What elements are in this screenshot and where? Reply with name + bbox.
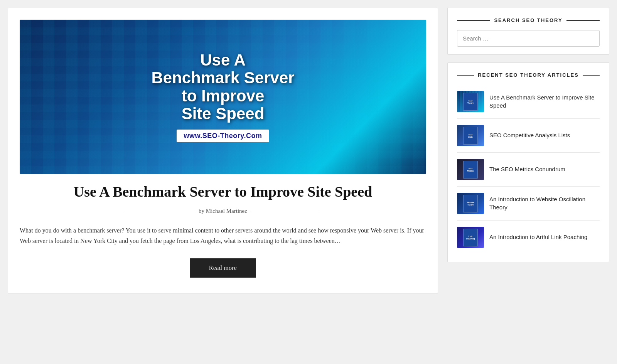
article-thumbnail-4: WebsiteTheory bbox=[457, 193, 484, 214]
article-thumbnail-2: SEOLists bbox=[457, 125, 484, 146]
mini-book-3: SEOMetrics bbox=[463, 161, 478, 179]
search-box: SEARCH SEO THEORY bbox=[447, 8, 609, 55]
mini-book-1: SEOTheory bbox=[463, 93, 478, 111]
article-title: Use A Benchmark Server to Improve Site S… bbox=[20, 183, 426, 201]
read-more-wrap: Read more bbox=[20, 258, 426, 278]
author-line: by Michael Martinez bbox=[20, 208, 426, 214]
article-hero-image: Use A Benchmark Server to Improve Site S… bbox=[20, 20, 426, 174]
article-thumbnail-3: SEOMetrics bbox=[457, 159, 484, 180]
recent-articles-list: SEOTheory Use A Benchmark Server to Impr… bbox=[457, 85, 600, 254]
mini-book-5: LinkPoaching bbox=[463, 229, 478, 246]
mini-book-4: WebsiteTheory bbox=[463, 195, 478, 212]
author-name: by Michael Martinez bbox=[199, 208, 247, 214]
list-item[interactable]: SEOLists SEO Competitive Analysis Lists bbox=[457, 119, 600, 153]
recent-article-title-5: An Introduction to Artful Link Poaching bbox=[489, 233, 587, 241]
list-item[interactable]: SEOMetrics The SEO Metrics Conundrum bbox=[457, 153, 600, 187]
recent-articles-title: RECENT SEO THEORY ARTICLES bbox=[457, 72, 600, 78]
article-thumbnail-1: SEOTheory bbox=[457, 91, 484, 112]
article-thumbnail-5: LinkPoaching bbox=[457, 227, 484, 248]
author-divider-right bbox=[251, 211, 320, 211]
mini-book-2: SEOLists bbox=[463, 127, 478, 145]
page-wrapper: Use A Benchmark Server to Improve Site S… bbox=[8, 8, 609, 293]
hero-text-box: Use A Benchmark Server to Improve Site S… bbox=[143, 47, 302, 146]
hero-url-badge: www.SEO-Theory.Com bbox=[177, 130, 269, 142]
hero-title: Use A Benchmark Server to Improve Site S… bbox=[151, 51, 294, 123]
recent-article-title-2: SEO Competitive Analysis Lists bbox=[489, 131, 570, 139]
list-item[interactable]: WebsiteTheory An Introduction to Website… bbox=[457, 187, 600, 221]
search-section-title: SEARCH SEO THEORY bbox=[457, 17, 600, 23]
article-image-wrap: Use A Benchmark Server to Improve Site S… bbox=[20, 20, 426, 174]
list-item[interactable]: LinkPoaching An Introduction to Artful L… bbox=[457, 221, 600, 254]
recent-article-title-4: An Introduction to Website Oscillation T… bbox=[489, 195, 600, 211]
recent-article-title-1: Use A Benchmark Server to Improve Site S… bbox=[489, 94, 600, 110]
read-more-button[interactable]: Read more bbox=[190, 258, 256, 278]
author-divider-left bbox=[125, 211, 195, 211]
recent-article-title-3: The SEO Metrics Conundrum bbox=[489, 165, 565, 173]
list-item[interactable]: SEOTheory Use A Benchmark Server to Impr… bbox=[457, 85, 600, 119]
recent-articles-box: RECENT SEO THEORY ARTICLES SEOTheory Use… bbox=[447, 62, 609, 262]
main-content: Use A Benchmark Server to Improve Site S… bbox=[8, 8, 438, 293]
search-input[interactable] bbox=[457, 30, 600, 47]
article-body: What do you do with a benchmark server? … bbox=[20, 225, 426, 246]
sidebar: SEARCH SEO THEORY RECENT SEO THEORY ARTI… bbox=[447, 8, 609, 262]
